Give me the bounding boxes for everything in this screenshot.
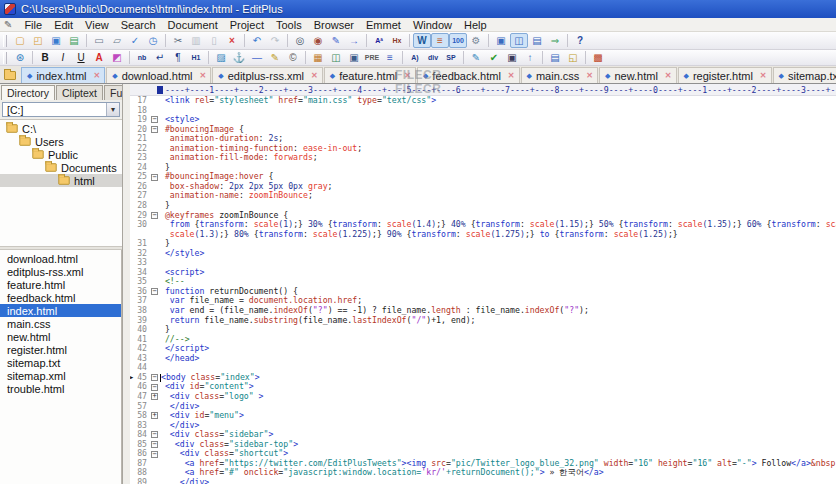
close-icon[interactable]: ✕	[586, 71, 593, 80]
toolbar-grip-2[interactable]	[3, 52, 7, 64]
menu-window[interactable]: Window	[407, 19, 458, 31]
code-line-36[interactable]: 36− function returnDocument() {	[130, 287, 836, 297]
menu-edit[interactable]: Edit	[48, 19, 79, 31]
code-line-42[interactable]: 42 </script>	[130, 344, 836, 354]
horizontal-rule-button[interactable]: ―	[248, 50, 266, 65]
code-lines[interactable]: 17 <link rel="stylesheet" href="main.css…	[130, 96, 836, 484]
find-in-files-button[interactable]: ✎	[327, 33, 345, 48]
tree-item-c[interactable]: C:\	[0, 122, 122, 135]
new-horizontal-window-button[interactable]: ▤	[528, 33, 546, 48]
editor-pane[interactable]: ----+----1----+----2----+----3----+----4…	[130, 84, 836, 484]
document-pencil-icon[interactable]: ✎	[4, 19, 12, 30]
upload-button[interactable]: ↑	[521, 50, 539, 65]
syntax-check-button[interactable]: ✔	[485, 50, 503, 65]
heading-button[interactable]: H1	[187, 50, 205, 65]
code-line-32[interactable]: 32 </style>	[130, 249, 836, 259]
code-line-30[interactable]: 30 from {transform: scale(1);} 30% {tran…	[130, 220, 836, 230]
chevron-down-icon[interactable]: ▾	[106, 103, 119, 116]
code-line-25[interactable]: 25− #bouncingImage:hover {	[130, 172, 836, 182]
close-icon[interactable]: ✕	[508, 71, 515, 80]
fold-collapse-icon[interactable]: −	[151, 441, 158, 448]
print-button[interactable]: ▭	[90, 33, 108, 48]
code-line-43[interactable]: 43 </head>	[130, 354, 836, 364]
fold-collapse-icon[interactable]: −	[151, 384, 158, 391]
tab-editplus-rss.xml[interactable]: ◆editplus-rss.xml✕	[212, 67, 323, 83]
file-item-index-html[interactable]: index.html	[0, 304, 121, 317]
side-by-side-button[interactable]: ⇒	[546, 33, 564, 48]
context-help-button[interactable]: ?	[571, 33, 589, 48]
code-line-23[interactable]: 23 animation-fill-mode: forwards;	[130, 153, 836, 163]
file-item-main-css[interactable]: main.css	[0, 317, 121, 330]
code-line-22[interactable]: 22 animation-timing-function: ease-in-ou…	[130, 144, 836, 154]
view-source-button[interactable]: ◱	[564, 50, 582, 65]
menu-file[interactable]: File	[18, 19, 48, 31]
file-item-new-html[interactable]: new.html	[0, 330, 121, 343]
line-numbers-button[interactable]: 100	[449, 33, 467, 48]
plugin-button[interactable]: ▩	[589, 50, 607, 65]
document-list-folder-icon[interactable]	[4, 71, 16, 80]
print-preview-button[interactable]: ▱	[108, 33, 126, 48]
code-line-35[interactable]: 35 <!--	[130, 277, 836, 287]
tree-item-html[interactable]: html	[0, 174, 122, 187]
fold-collapse-icon[interactable]: −	[151, 116, 158, 123]
anchor-name-button[interactable]: A)	[406, 50, 424, 65]
menu-view[interactable]: View	[79, 19, 115, 31]
anchor-button[interactable]: ⚓	[230, 50, 248, 65]
code-line-85[interactable]: 85− <div class="sidebar-top">	[130, 440, 836, 450]
view-in-browser-button[interactable]: ⊛	[11, 50, 29, 65]
code-line-29[interactable]: 29− @keyframes zoomInBounce {	[130, 211, 836, 221]
non-breaking-space-button[interactable]: nb	[133, 50, 151, 65]
insert-table-button[interactable]: ▦	[309, 50, 327, 65]
menu-browser[interactable]: Browser	[308, 19, 360, 31]
file-item-download-html[interactable]: download.html	[0, 252, 121, 265]
div-tag-button[interactable]: div	[424, 50, 442, 65]
redo-button[interactable]: ↷	[266, 33, 284, 48]
fold-collapse-icon[interactable]: −	[151, 451, 158, 458]
open-file-button[interactable]: ◰	[29, 33, 47, 48]
save-remote-button[interactable]: ▣	[503, 50, 521, 65]
code-line-21[interactable]: 21 animation-duration: 2s;	[130, 134, 836, 144]
color-picker-button[interactable]: ◩	[108, 50, 126, 65]
hex-viewer-button[interactable]: Hx	[388, 33, 406, 48]
tree-item-users[interactable]: Users	[0, 135, 122, 148]
tab-index.html[interactable]: ◆index.html✕	[21, 67, 105, 83]
close-icon[interactable]: ✕	[200, 71, 207, 80]
file-item-sitemap-txt[interactable]: sitemap.txt	[0, 356, 121, 369]
file-item-trouble-html[interactable]: trouble.html	[0, 382, 121, 395]
copy-button[interactable]: ▥	[187, 33, 205, 48]
code-line-44[interactable]: 44	[130, 363, 836, 373]
code-line-20[interactable]: 20− #bouncingImage {	[130, 125, 836, 135]
tab-feedback.html[interactable]: ◆feedback.html✕	[417, 67, 520, 83]
close-icon[interactable]: ✕	[94, 71, 101, 80]
save-all-button[interactable]: ▤	[65, 33, 83, 48]
tree-item-public[interactable]: Public	[0, 148, 122, 161]
tab-new.html[interactable]: ◆new.html✕	[599, 67, 677, 83]
menu-emmet[interactable]: Emmet	[360, 19, 407, 31]
code-line-87[interactable]: 87 <a href="https://twitter.com/EditPlus…	[130, 459, 836, 469]
undo-button[interactable]: ↶	[248, 33, 266, 48]
code-line-18[interactable]: 18	[130, 106, 836, 116]
menu-search[interactable]: Search	[115, 19, 162, 31]
cut-button[interactable]: ✂	[169, 33, 187, 48]
close-icon[interactable]: ✕	[311, 71, 318, 80]
preformatted-button[interactable]: PRE	[363, 50, 381, 65]
code-line-17[interactable]: 17 <link rel="stylesheet" href="main.css…	[130, 96, 836, 106]
toolbar-grip[interactable]	[3, 35, 7, 47]
browser-list-button[interactable]: ▤	[546, 50, 564, 65]
close-icon[interactable]: ✕	[760, 71, 767, 80]
file-item-editplus-rss-xml[interactable]: editplus-rss.xml	[0, 265, 121, 278]
vertical-splitter[interactable]	[122, 84, 130, 484]
sidebar-tab-cliptext[interactable]: Cliptext	[56, 85, 103, 100]
fold-expand-icon[interactable]: +	[151, 393, 158, 400]
edit-script-button[interactable]: ✎	[467, 50, 485, 65]
file-item-sitemap-xml[interactable]: sitemap.xml	[0, 369, 121, 382]
replace-button[interactable]: ◉	[309, 33, 327, 48]
code-line-34[interactable]: 34 <script>	[130, 268, 836, 278]
fold-collapse-icon[interactable]: −	[151, 431, 158, 438]
change-case-button[interactable]: Aª	[370, 33, 388, 48]
highlight-button[interactable]: ✎	[266, 50, 284, 65]
span-tag-button[interactable]: SP	[442, 50, 460, 65]
code-line-45[interactable]: ▶45−<body class="index">	[130, 373, 836, 383]
file-item-register-html[interactable]: register.html	[0, 343, 121, 356]
tab-sitemap.txt[interactable]: ◆sitemap.txt✕	[773, 67, 836, 83]
